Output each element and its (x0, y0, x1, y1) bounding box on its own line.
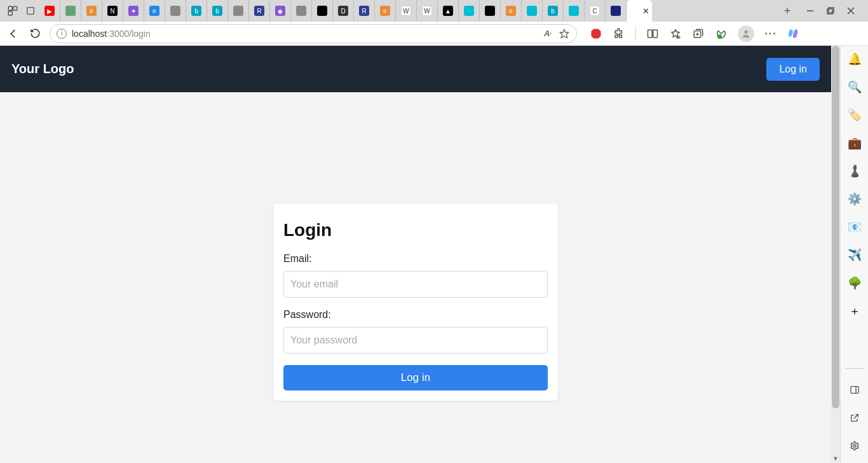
add-sidebar-icon[interactable]: ＋ (848, 304, 862, 318)
tab-favicon-icon (464, 6, 474, 16)
open-link-icon[interactable] (848, 411, 862, 425)
tab-favicon-icon: ≡ (380, 6, 390, 16)
new-tab-button[interactable]: + (778, 1, 797, 20)
tab-favicon-icon: ≡ (149, 6, 159, 16)
games-icon[interactable]: ♟️ (848, 164, 862, 178)
tab-favicon-icon: ▲ (443, 6, 453, 16)
window-minimize-button[interactable] (806, 6, 815, 15)
sidebar-settings-icon[interactable] (848, 439, 862, 453)
shopping-icon[interactable]: 🏷️ (848, 108, 862, 122)
site-info-icon[interactable]: i (57, 29, 67, 39)
scrollbar-thumb[interactable] (832, 46, 839, 408)
profile-avatar[interactable] (738, 25, 754, 42)
split-screen-icon[interactable] (646, 27, 659, 40)
tab-favicon-icon: R (254, 6, 264, 16)
browser-tab[interactable]: ◆ (270, 0, 291, 22)
browser-tab[interactable]: R (354, 0, 375, 22)
adblock-icon[interactable] (590, 27, 602, 40)
eco-icon[interactable]: 🌳 (848, 276, 862, 290)
tab-favicon-icon (317, 6, 327, 16)
scroll-down-arrow[interactable]: ▼ (831, 454, 840, 463)
browser-tab[interactable] (564, 0, 585, 22)
back-button[interactable] (6, 27, 20, 41)
refresh-button[interactable] (28, 27, 42, 41)
tab-favicon-icon: ◆ (275, 6, 285, 16)
browser-tab[interactable]: W (417, 0, 438, 22)
browser-tab[interactable]: b (543, 0, 564, 22)
search-icon[interactable]: 🔍 (848, 80, 862, 94)
tab-favicon-icon: R (359, 6, 369, 16)
browser-tab[interactable] (480, 0, 501, 22)
browser-tab[interactable]: ≡ (81, 0, 102, 22)
browser-tab[interactable]: ≡ (375, 0, 396, 22)
header-login-button[interactable]: Log in (766, 58, 820, 81)
password-field[interactable] (283, 327, 548, 354)
browser-tab[interactable]: N (102, 0, 123, 22)
favorites-icon[interactable] (669, 27, 682, 40)
svg-rect-1 (13, 6, 17, 10)
url-text: localhost:3000/login (72, 29, 151, 39)
extensions-icon[interactable] (613, 27, 625, 40)
browser-tab[interactable] (228, 0, 249, 22)
outlook-icon[interactable]: 📧 (848, 220, 862, 234)
browser-tab[interactable] (312, 0, 333, 22)
address-bar[interactable]: i localhost:3000/login A› (50, 24, 577, 43)
email-label: Email: (283, 253, 548, 265)
browser-tab[interactable]: b (207, 0, 228, 22)
microsoft365-icon[interactable]: ⚙️ (848, 192, 862, 206)
more-menu-icon[interactable]: ··· (764, 27, 777, 40)
tools-icon[interactable]: 💼 (848, 136, 862, 150)
tab-favicon-icon (170, 6, 180, 16)
browser-tab[interactable]: ≡ (501, 0, 522, 22)
tab-favicon-icon: ≡ (506, 6, 516, 16)
window-close-button[interactable] (846, 6, 855, 15)
address-bar-row: i localhost:3000/login A› ··· (0, 22, 868, 46)
browser-tab[interactable]: W (396, 0, 417, 22)
svg-marker-10 (592, 29, 601, 38)
close-tab-icon[interactable]: ✕ (642, 6, 649, 16)
svg-line-21 (853, 415, 858, 419)
scrollbar-track[interactable]: ▲ ▼ (831, 46, 840, 463)
submit-login-button[interactable]: Log in (283, 365, 548, 390)
tab-favicon-icon (569, 6, 579, 16)
collections-icon[interactable] (692, 27, 705, 40)
email-field[interactable] (283, 271, 548, 298)
window-maximize-button[interactable] (826, 6, 835, 15)
browser-tab[interactable]: C (585, 0, 606, 22)
browser-tab[interactable]: ▶ (39, 0, 60, 22)
send-icon[interactable]: ✈️ (848, 248, 862, 262)
browser-tab[interactable]: D (333, 0, 354, 22)
browser-tab[interactable] (60, 0, 81, 22)
browser-tab[interactable] (291, 0, 312, 22)
read-aloud-icon[interactable]: A› (542, 28, 553, 39)
svg-rect-0 (8, 6, 12, 10)
tab-strip: ▶≡N✦≡bbR◆DR≡WW▲≡bC✕ + (0, 0, 868, 22)
app-header: Your Logo Log in (0, 46, 831, 92)
tab-favicon-icon: b (548, 6, 558, 16)
svg-rect-11 (648, 30, 653, 38)
copilot-icon[interactable] (787, 27, 800, 40)
brand-logo: Your Logo (11, 62, 74, 76)
browser-tab[interactable]: ▲ (438, 0, 459, 22)
tab-actions-icon[interactable] (23, 3, 38, 18)
tab-favicon-icon (485, 6, 495, 16)
svg-rect-6 (829, 8, 834, 13)
hide-sidebar-icon[interactable] (848, 383, 862, 397)
workspaces-icon[interactable] (5, 3, 20, 18)
performance-icon[interactable] (715, 27, 728, 40)
tab-favicon-icon (611, 6, 621, 16)
browser-tab[interactable] (522, 0, 543, 22)
browser-tab-active[interactable]: ✕ (627, 0, 652, 22)
tab-favicon-icon (233, 6, 243, 16)
browser-tab[interactable] (165, 0, 186, 22)
browser-tab[interactable]: ✦ (123, 0, 144, 22)
notifications-icon[interactable]: 🔔 (848, 52, 862, 66)
browser-tab[interactable] (606, 0, 627, 22)
browser-tab[interactable]: ≡ (144, 0, 165, 22)
favorite-star-icon[interactable] (559, 28, 570, 39)
tab-favicon-icon: C (590, 6, 600, 16)
browser-tab[interactable] (459, 0, 480, 22)
browser-tab[interactable]: R (249, 0, 270, 22)
browser-tab[interactable]: b (186, 0, 207, 22)
svg-marker-9 (560, 29, 568, 38)
